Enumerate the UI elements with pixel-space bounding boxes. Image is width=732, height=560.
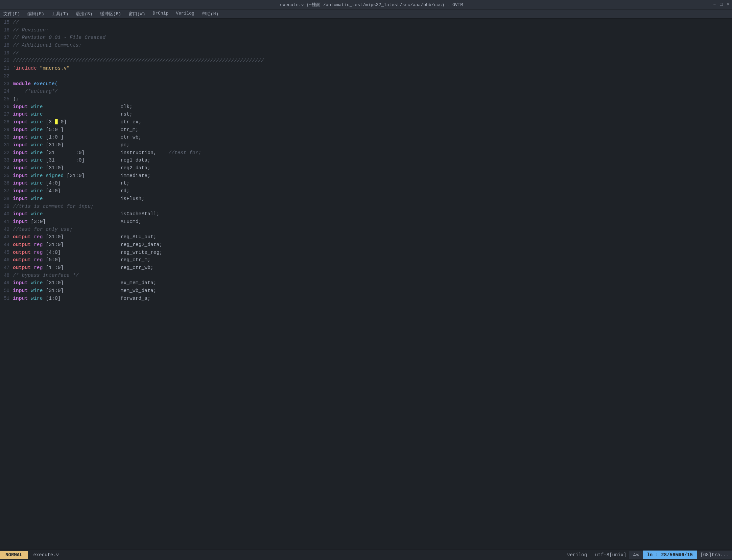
menu-item[interactable]: 工具(T) [50,10,70,18]
token-spaces [46,219,120,224]
token-space [31,265,34,270]
line-content: input wire signed [31:0] immediate; [13,172,150,179]
token-spaces [64,127,120,132]
token-wire: wire [31,180,43,186]
line-content: // Revision 0.01 - File Created [13,34,105,41]
line-content: input wire [31 :0] instruction, //test f… [13,149,201,156]
line-content: // Revision: [13,26,49,34]
status-filetype: verilog [562,551,592,559]
token-wire: wire [31,188,43,194]
line-number: 26 [0,103,13,111]
line-number: 25 [0,96,13,103]
token-wire: wire [31,296,43,301]
code-area: 15//16// Revision:17// Revision 0.01 - F… [0,19,732,549]
token-comment: /* bypass interface */ [13,273,79,278]
token-space [43,150,46,155]
token-port: ctr_m; [121,127,139,132]
token-space [28,142,31,148]
token-keyword: input [13,119,28,125]
token-spaces [61,250,121,255]
token-keyword: input [13,188,28,194]
token-port: reg_reg2_data; [121,242,163,247]
token-comment: ////////////////////////////////////////… [13,58,264,63]
token-space [31,242,34,247]
code-line: 27input wire rst; [0,111,732,118]
close-button[interactable]: × [727,2,729,7]
code-line: 22 [0,72,732,80]
token-space [43,288,46,293]
line-content: ); [13,95,19,103]
line-content: // [13,49,19,57]
token-space [28,219,31,224]
token-port: isFlush; [121,196,145,201]
token-spaces [61,257,121,263]
line-number: 35 [0,172,13,180]
window-controls[interactable]: − □ × [713,2,729,7]
token-space [28,112,31,117]
maximize-button[interactable]: □ [720,2,723,7]
token-port: 0] [58,119,67,125]
line-number: 48 [0,272,13,279]
menu-item[interactable]: 窗口(W) [127,10,146,18]
token-wire: wire [31,142,43,148]
token-spaces [61,296,121,301]
code-line: 23module execute( [0,80,732,88]
menu-item[interactable]: 编辑(E) [26,10,45,18]
token-signed: signed [46,173,64,178]
token-output: output [13,250,31,255]
line-number: 36 [0,180,13,187]
menu-item[interactable]: 文件(F) [2,10,21,18]
token-space [43,142,46,148]
token-wire: wire [31,165,43,171]
code-line: 25); [0,95,732,103]
token-port: reg_write_reg; [121,250,163,255]
token-port: [31:0] [67,173,85,178]
line-content: // Additional Comments: [13,42,81,49]
code-line: 24 /*autoarg*/ [0,88,732,95]
token-space [28,196,31,201]
token-spaces [43,104,120,109]
code-line: 45output reg [4:0] reg_write_reg; [0,249,732,257]
line-content: module execute( [13,80,58,88]
token-space [28,119,31,125]
menu-item[interactable]: 缓冲区(B) [99,10,122,18]
token-output: output [13,242,31,247]
token-space [37,66,40,71]
token-port: ALUcmd; [121,219,142,224]
window-title: execute.v (~桂面 /automatic_test/mips32_la… [30,2,713,8]
token-wire: wire [31,127,43,132]
token-keyword: input [13,112,28,117]
menu-item[interactable]: Verilog [174,10,196,18]
token-port: pc; [121,142,130,148]
token-port: [1 :0] [46,265,64,270]
token-module: execute( [31,81,58,87]
token-keyword: input [13,165,28,171]
line-number: 42 [0,226,13,234]
token-spaces [64,242,120,247]
token-spaces [85,157,120,163]
token-output: output [13,257,31,263]
minimize-button[interactable]: − [713,2,716,7]
token-comment: // Revision 0.01 - File Created [13,35,105,40]
menu-item[interactable]: DrChip [151,10,170,18]
token-space [64,173,67,178]
line-content [13,72,16,80]
token-keyword: input [13,127,28,132]
menu-item[interactable]: 帮助(H) [200,10,220,18]
token-port: clk; [121,104,133,109]
token-port: [4:0] [46,180,61,186]
token-port: [1:0] [46,296,61,301]
token-wire: wire [31,288,43,293]
menu-item[interactable]: 语法(S) [74,10,94,18]
token-port: instruction, [121,150,157,155]
line-content: input wire isCacheStall; [13,210,160,218]
token-comment: // Revision: [13,27,49,33]
line-content: input wire clk; [13,103,133,111]
line-content: /*autoarg*/ [13,88,58,95]
line-content: input wire [4:0] rt; [13,179,129,187]
line-number: 32 [0,149,13,157]
token-comment: //this is comment for inpu; [13,204,94,209]
line-number: 24 [0,88,13,95]
code-line: 32input wire [31 :0] instruction, //test… [0,149,732,157]
line-number: 31 [0,142,13,149]
